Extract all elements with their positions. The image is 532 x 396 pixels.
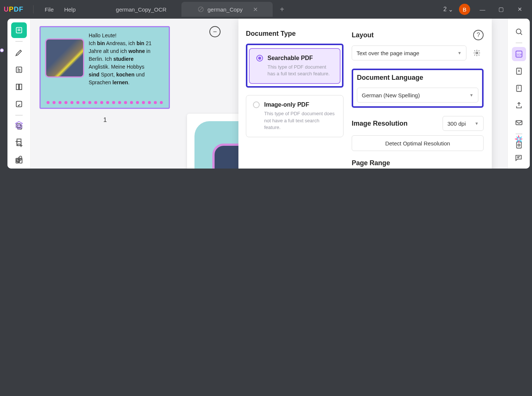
language-select[interactable]: German (New Spelling) ▼ — [357, 88, 478, 103]
option-desc: This type of PDF document has a full tex… — [267, 64, 333, 77]
tab-label: german_Copy_OCR — [116, 6, 167, 13]
no-edit-icon — [198, 6, 204, 12]
detect-resolution-button[interactable]: Detect Optimal Resolution — [352, 135, 484, 151]
layers-button[interactable] — [13, 119, 25, 131]
doc-type-title: Document Type — [246, 30, 343, 38]
svg-rect-5 — [16, 101, 22, 107]
tab-label: german_Copy — [208, 6, 243, 13]
svg-rect-15 — [516, 121, 522, 125]
tab-german-copy[interactable]: german_Copy ✕ — [181, 2, 273, 17]
maximize-button[interactable]: ▢ — [495, 3, 507, 16]
searchable-pdf-option[interactable]: Searchable PDF This type of PDF document… — [249, 48, 341, 84]
svg-point-10 — [516, 29, 521, 34]
minimize-button[interactable]: — — [476, 3, 489, 16]
attachment-button[interactable] — [13, 154, 25, 165]
language-highlight: Document Language German (New Spelling) … — [352, 69, 484, 108]
app-logo: UPDF — [4, 6, 23, 13]
workspace: Hallo Leute! Ich bin Andreas, ich bin 21… — [7, 19, 530, 169]
right-toolbar-bottom — [510, 134, 528, 163]
ocr-button[interactable]: OCR — [512, 47, 526, 61]
ocr-panel-right: Layout ? Text over the page image ▼ Docu… — [347, 19, 492, 169]
reader-tool[interactable] — [11, 22, 27, 38]
search-button[interactable] — [512, 25, 526, 39]
zoom-out-button[interactable]: − — [209, 26, 221, 37]
doc-type-highlight: Searchable PDF This type of PDF document… — [246, 44, 343, 88]
option-title: Image-only PDF — [264, 101, 309, 108]
chevron-down-icon: ▼ — [475, 121, 479, 126]
menu-file[interactable]: File — [39, 6, 59, 13]
page-range-title: Page Range — [352, 159, 484, 167]
separator — [15, 115, 23, 116]
radio-icon — [256, 55, 263, 62]
chevron-down-icon: ▼ — [457, 51, 462, 55]
page-number: 1 — [39, 116, 171, 124]
thumbnail-panel: Hallo Leute! Ich bin Andreas, ich bin 21… — [31, 19, 180, 169]
chevron-down-icon: ▼ — [469, 93, 474, 97]
svg-rect-14 — [516, 85, 521, 92]
option-title: Searchable PDF — [267, 55, 313, 62]
layout-select[interactable]: Text over the page image ▼ — [352, 45, 466, 60]
page-thumbnail[interactable]: Hallo Leute! Ich bin Andreas, ich bin 21… — [39, 26, 170, 109]
titlebar: UPDF File Help german_Copy_OCR german_Co… — [0, 0, 532, 19]
image-only-pdf-option[interactable]: Image-only PDF This type of PDF document… — [246, 95, 343, 137]
close-button[interactable]: ✕ — [513, 3, 526, 16]
ocr-panel-left: Document Type Searchable PDF This type o… — [238, 19, 347, 169]
resolution-select[interactable]: 300 dpi ▼ — [443, 116, 484, 131]
separator — [516, 43, 522, 43]
side-indicator — [0, 48, 4, 52]
svg-rect-3 — [16, 84, 18, 90]
form-tool[interactable] — [11, 96, 27, 112]
user-avatar[interactable]: B — [459, 4, 470, 15]
chevron-down-icon: ⌄ — [448, 6, 453, 13]
bookmark-button[interactable] — [13, 136, 25, 148]
thumb-text: Hallo Leute! Ich bin Andreas, ich bin 21… — [89, 32, 152, 103]
open-count[interactable]: 2 ⌄ — [443, 6, 453, 13]
svg-point-18 — [476, 52, 478, 54]
export-button[interactable] — [512, 64, 526, 78]
layout-settings-button[interactable] — [470, 46, 484, 60]
ai-button[interactable] — [513, 134, 524, 145]
help-icon[interactable]: ? — [473, 30, 484, 40]
tabs: german_Copy_OCR german_Copy ✕ + — [99, 2, 443, 17]
option-desc: This type of PDF document does not have … — [264, 110, 336, 131]
svg-text:OCR: OCR — [516, 53, 522, 56]
tab-close-icon[interactable]: ✕ — [253, 6, 258, 13]
thumb-dots — [41, 101, 169, 104]
page-tool[interactable] — [11, 79, 27, 95]
annotate-tool[interactable] — [11, 45, 27, 60]
window-controls: 2 ⌄ B — ▢ ✕ — [443, 3, 528, 16]
thumb-image — [45, 38, 84, 78]
radio-icon — [253, 101, 260, 108]
svg-rect-4 — [19, 84, 21, 90]
separator — [15, 41, 23, 42]
compress-button[interactable] — [512, 81, 526, 95]
comment-button[interactable] — [513, 152, 524, 163]
tab-german-copy-ocr[interactable]: german_Copy_OCR — [99, 2, 181, 17]
email-button[interactable] — [512, 116, 526, 130]
language-title: Document Language — [357, 74, 478, 82]
edit-tool[interactable] — [11, 62, 27, 78]
share-button[interactable] — [512, 98, 526, 113]
ocr-panel: Document Type Searchable PDF This type o… — [238, 19, 492, 169]
add-tab-button[interactable]: + — [276, 4, 288, 15]
resolution-title: Image Resolution — [352, 120, 408, 128]
layout-title: Layout — [352, 31, 374, 39]
left-toolbar-bottom — [7, 119, 31, 165]
menu-help[interactable]: Help — [59, 6, 81, 13]
divider — [33, 5, 34, 13]
